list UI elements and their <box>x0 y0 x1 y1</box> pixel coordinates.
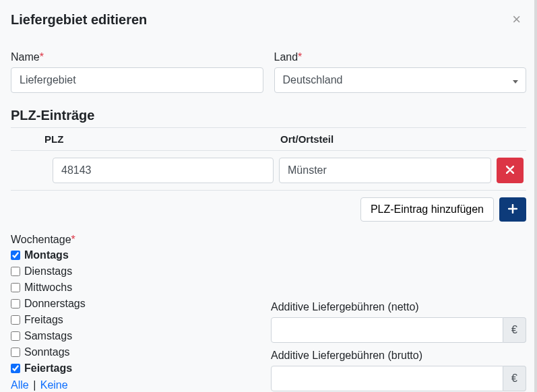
currency-addon: € <box>503 366 526 391</box>
weekday-item-samstags: Samstags <box>11 328 260 344</box>
select-all-link[interactable]: Alle <box>11 379 29 391</box>
weekday-item-feiertags: Feiertags <box>11 360 260 377</box>
delete-icon <box>506 166 514 176</box>
link-separator: | <box>30 379 39 391</box>
fee-netto-group: Additive Liefergebühren (netto) € <box>271 301 526 343</box>
plz-col-header: PLZ <box>11 133 274 145</box>
weekday-label-text: Samstags <box>24 328 72 344</box>
plz-input[interactable] <box>53 158 274 183</box>
weekday-item-mittwochs: Mittwochs <box>11 280 260 296</box>
plz-row <box>11 151 526 191</box>
fee-brutto-group: Additive Liefergebühren (brutto) € <box>271 350 526 391</box>
weekday-checkbox-montags[interactable] <box>11 251 20 260</box>
weekday-checkbox-feiertags[interactable] <box>11 364 20 373</box>
row-name-land: Name* Land* <box>11 51 526 93</box>
weekday-checkbox-dienstags[interactable] <box>11 267 20 276</box>
weekday-label-text: Sonntags <box>24 344 70 360</box>
lower-section: Wochentage* Montags Dienstags Mittwochs … <box>11 234 526 391</box>
fees-group: Additive Liefergebühren (netto) € Additi… <box>271 234 526 391</box>
weekday-item-sonntags: Sonntags <box>11 344 260 360</box>
required-asterisk: * <box>71 234 75 245</box>
land-field-group: Land* <box>274 51 527 93</box>
weekday-label-text: Montags <box>24 247 69 263</box>
weekdays-label: Wochentage* <box>11 234 260 246</box>
weekday-label-text: Donnerstags <box>24 296 86 312</box>
weekday-quick-links: Alle | Keine <box>11 379 260 391</box>
currency-addon: € <box>503 317 526 343</box>
weekday-item-montags: Montags <box>11 247 260 263</box>
plz-table-head: PLZ Ort/Ortsteil <box>11 127 526 151</box>
weekday-item-donnerstags: Donnerstags <box>11 296 260 312</box>
weekdays-group: Wochentage* Montags Dienstags Mittwochs … <box>11 234 260 391</box>
delete-row-button[interactable] <box>497 158 524 183</box>
fee-brutto-label: Additive Liefergebühren (brutto) <box>271 350 526 362</box>
ort-col-header: Ort/Ortsteil <box>274 133 526 145</box>
fee-brutto-input[interactable] <box>271 366 503 391</box>
plz-section-title: PLZ-Einträge <box>11 108 526 123</box>
weekday-label-text: Feiertags <box>24 360 72 377</box>
modal-title: Liefergebiet editieren <box>11 12 147 28</box>
weekday-checkbox-donnerstags[interactable] <box>11 299 20 308</box>
weekday-checkbox-samstags[interactable] <box>11 331 20 341</box>
fee-netto-input-group: € <box>271 317 526 343</box>
weekday-label-text: Dienstags <box>24 263 72 280</box>
land-label: Land* <box>274 51 527 63</box>
add-plz-label-button[interactable]: PLZ-Eintrag hinzufügen <box>360 197 494 222</box>
modal-body: Name* Land* PLZ-Einträge PLZ O <box>0 51 537 392</box>
required-asterisk: * <box>298 51 302 63</box>
plz-footer: PLZ-Eintrag hinzufügen <box>11 191 526 222</box>
weekday-checkbox-mittwochs[interactable] <box>11 283 20 292</box>
fee-netto-label: Additive Liefergebühren (netto) <box>271 301 526 313</box>
plus-icon <box>508 204 517 216</box>
name-field-group: Name* <box>11 51 263 93</box>
add-plz-button[interactable] <box>499 197 526 222</box>
fee-netto-input[interactable] <box>271 317 503 343</box>
weekday-item-dienstags: Dienstags <box>11 263 260 280</box>
modal-header: Liefergebiet editieren × <box>0 0 537 35</box>
name-input[interactable] <box>11 67 263 93</box>
weekday-checkbox-sonntags[interactable] <box>11 348 20 357</box>
weekdays-label-text: Wochentage <box>11 234 71 245</box>
required-asterisk: * <box>40 51 44 63</box>
close-icon[interactable]: × <box>507 9 526 30</box>
name-label-text: Name <box>11 51 40 63</box>
land-select[interactable] <box>274 67 527 93</box>
select-none-link[interactable]: Keine <box>40 379 68 391</box>
weekday-item-freitags: Freitags <box>11 312 260 328</box>
name-label: Name* <box>11 51 263 63</box>
ort-input[interactable] <box>279 158 491 183</box>
weekday-label-text: Mittwochs <box>24 280 72 296</box>
land-label-text: Land <box>274 51 298 63</box>
plz-table: PLZ Ort/Ortsteil <box>11 127 526 222</box>
land-select-wrap <box>274 67 527 93</box>
weekday-checkbox-freitags[interactable] <box>11 315 20 325</box>
fee-brutto-input-group: € <box>271 366 526 391</box>
edit-delivery-area-modal: Liefergebiet editieren × Name* Land* <box>0 0 537 392</box>
weekday-label-text: Freitags <box>24 312 63 328</box>
